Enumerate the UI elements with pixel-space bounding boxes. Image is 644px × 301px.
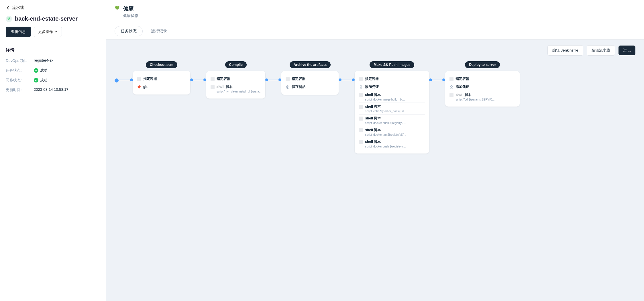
health-row: 💚 健康 <box>115 5 635 12</box>
sidebar-actions: 编辑信息 更多操作 <box>0 27 106 43</box>
connector-2 <box>265 61 281 81</box>
stage-compile: Compile 指定容器 shell 脚本 <box>206 61 265 99</box>
health-icon: 💚 <box>115 5 121 12</box>
pipeline-name: back-end-estate-server <box>15 15 78 22</box>
shell-icon-1 <box>359 93 363 97</box>
connector-dot <box>130 78 133 81</box>
makeimg-shell2-row: shell 脚本 script 'echo ${harbor_pass} | d… <box>359 103 425 115</box>
stage-archive-card[interactable]: 指定容器 保存制品 <box>281 71 339 95</box>
makeimg-credential-row: 添加凭证 <box>359 83 425 91</box>
sync-status-dot <box>34 78 38 82</box>
task-status-dot <box>34 68 38 73</box>
pipeline-icon <box>6 16 12 22</box>
svg-point-0 <box>7 17 9 19</box>
shell-icon-4 <box>359 128 363 133</box>
credential-icon <box>359 85 363 89</box>
svg-line-3 <box>8 19 9 19</box>
stage-make-images-label: Make && Push images <box>370 61 414 68</box>
shell-icon-2 <box>359 105 363 109</box>
deploy-credential-row: 添加凭证 <box>449 83 516 91</box>
stage-deploy-label: Deploy to server <box>465 61 500 68</box>
connector-line <box>119 80 130 80</box>
devops-label: DevOps 项目: <box>6 58 32 63</box>
container-icon-5 <box>449 77 454 81</box>
shell-icon <box>210 85 215 89</box>
git-icon <box>137 84 142 89</box>
health-title: 健康 <box>123 5 133 12</box>
sync-status-value: 成功 <box>34 78 48 83</box>
header: 💚 健康 健康状态 <box>106 0 644 22</box>
stage-compile-label: Compile <box>225 61 247 68</box>
pipeline-stages: Checkout scm 指定容器 gi <box>115 61 635 159</box>
main-content: 💚 健康 健康状态 任务状态 运行记录 编辑 Jenkinsfile 编辑流水线… <box>106 0 644 301</box>
sidebar: 流水线 back-end-estate-server 编辑信息 更多操作 详情 … <box>0 0 106 301</box>
stage-archive-label: Archive the artifacts <box>290 61 331 68</box>
shell-icon-3 <box>359 116 363 121</box>
pipeline-area: 编辑 Jenkinsfile 编辑流水线 运 ... Checkout scm <box>106 40 644 301</box>
credential-icon-2 <box>449 85 454 89</box>
task-status-row: 任务状态: 成功 <box>6 66 100 75</box>
stage-make-images-card[interactable]: 指定容器 添加凭证 sh <box>355 71 429 154</box>
checkout-container-row: 指定容器 <box>137 75 186 83</box>
start-dot <box>115 78 119 82</box>
details-section-title: 详情 <box>0 43 106 56</box>
makeimg-container-row: 指定容器 <box>359 75 425 83</box>
run-button[interactable]: 运 ... <box>619 46 635 55</box>
stage-checkout-label: Checkout scm <box>146 61 177 68</box>
edit-info-button[interactable]: 编辑信息 <box>6 27 31 37</box>
container-icon-3 <box>285 77 290 81</box>
back-label: 流水线 <box>12 5 24 10</box>
task-status-value: 成功 <box>34 68 48 73</box>
devops-value: register4-sx <box>34 58 53 62</box>
edit-pipeline-button[interactable]: 编辑流水线 <box>587 45 615 56</box>
makeimg-shell3-row: shell 脚本 script 'docker push ${registry}… <box>359 115 425 126</box>
more-actions-button[interactable]: 更多操作 <box>34 27 62 37</box>
sync-status-label: 同步状态: <box>6 78 32 83</box>
shell-icon-5 <box>359 140 363 144</box>
archive-container-row: 指定容器 <box>285 75 335 83</box>
stage-checkout: Checkout scm 指定容器 gi <box>133 61 190 95</box>
stage-deploy: Deploy to server 指定容器 <box>445 61 520 107</box>
stage-deploy-card[interactable]: 指定容器 添加凭证 sh <box>445 71 520 107</box>
deploy-shell1-row: shell 脚本 script '"cd ${params.SERVIC... <box>449 91 516 103</box>
checkout-git-row: git <box>137 83 186 91</box>
svg-point-7 <box>360 86 362 87</box>
container-icon-2 <box>210 77 215 81</box>
back-button[interactable]: 流水线 <box>0 0 106 13</box>
container-icon-4 <box>359 77 363 81</box>
stage-checkout-card[interactable]: 指定容器 git <box>133 71 190 95</box>
update-time-label: 更新时间: <box>6 87 32 93</box>
update-time-value: 2023-08-14 10:58:17 <box>34 87 68 92</box>
sync-status-row: 同步状态: 成功 <box>6 75 100 85</box>
container-icon <box>137 77 142 81</box>
svg-line-4 <box>9 19 10 19</box>
stage-archive: Archive the artifacts 指定容器 <box>281 61 339 95</box>
compile-shell-row: shell 脚本 script 'mvn clean install -pl $… <box>210 83 261 95</box>
deploy-container-row: 指定容器 <box>449 75 516 83</box>
tab-run-records[interactable]: 运行记录 <box>145 26 173 36</box>
svg-point-6 <box>287 86 288 88</box>
makeimg-shell1-row: shell 脚本 script 'docker image build --bu… <box>359 91 425 103</box>
stage-compile-card[interactable]: 指定容器 shell 脚本 script 'mvn clean install … <box>206 71 265 99</box>
svg-point-1 <box>9 17 10 19</box>
pipeline-title: back-end-estate-server <box>0 13 106 27</box>
tab-task-status[interactable]: 任务状态 <box>115 26 143 36</box>
connector-3 <box>339 61 355 81</box>
sidebar-info: DevOps 项目: register4-sx 任务状态: 成功 同步状态: <box>0 56 106 95</box>
devops-project-row: DevOps 项目: register4-sx <box>6 56 100 66</box>
makeimg-shell5-row: shell 脚本 script 'docker push ${registry}… <box>359 138 425 149</box>
compile-container-row: 指定容器 <box>210 75 261 83</box>
makeimg-shell4-row: shell 脚本 script 'docker tag ${registry}/… <box>359 126 425 138</box>
task-status-label: 任务状态: <box>6 68 32 73</box>
connector-4 <box>429 61 445 81</box>
pipeline-toolbar: 编辑 Jenkinsfile 编辑流水线 运 ... <box>115 45 635 56</box>
svg-point-2 <box>8 19 9 20</box>
tabs-bar: 任务状态 运行记录 <box>106 22 644 40</box>
shell-icon-6 <box>449 93 454 97</box>
health-sub: 健康状态 <box>115 13 635 18</box>
artifact-icon <box>285 85 290 89</box>
archive-artifact-row: 保存制品 <box>285 83 335 91</box>
update-time-row: 更新时间: 2023-08-14 10:58:17 <box>6 85 100 95</box>
svg-point-8 <box>451 86 452 87</box>
edit-jenkinsfile-button[interactable]: 编辑 Jenkinsfile <box>547 45 583 56</box>
